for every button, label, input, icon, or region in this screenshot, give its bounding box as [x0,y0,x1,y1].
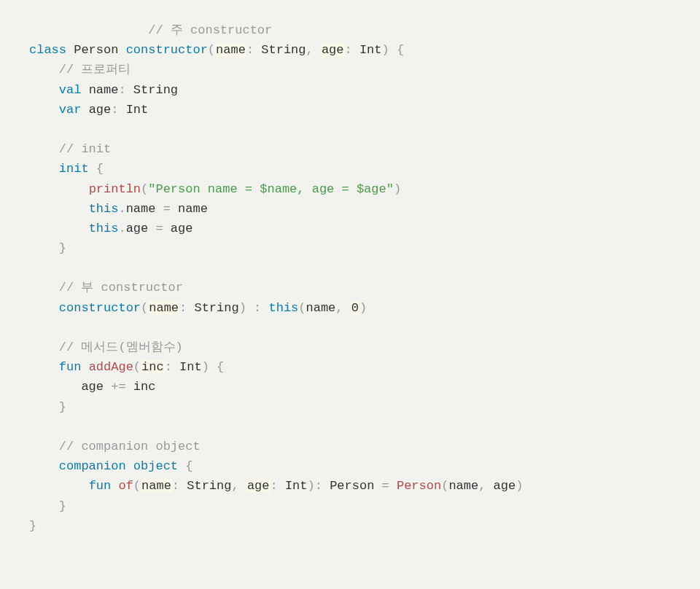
punct: { [96,162,104,176]
punct: ( [141,182,148,196]
param-name: name [215,43,246,57]
type-person: Person [330,479,374,493]
prop-age: age [126,222,149,235]
param-age: age [171,222,193,235]
keyword-this: this [89,222,119,235]
keyword-init: init [59,162,89,176]
param-name: name [448,479,478,493]
code-block: // 주 constructor class Person constructo… [29,20,671,536]
comment-method: // 메서드(멤버함수) [59,340,183,354]
keyword-class: class [29,43,66,57]
punct: { [217,360,224,374]
type-string: String [133,83,178,97]
param-age: age [246,479,271,493]
punct: { [397,43,404,57]
keyword-object: object [133,459,178,473]
punct: : [165,360,172,374]
type-int: Int [179,360,202,374]
punct: : [345,43,352,57]
punct: , [231,479,238,493]
punct: : [118,83,125,97]
punct: } [59,400,66,414]
punct: : [246,43,254,57]
punct: { [185,459,192,473]
punct: ( [208,43,215,57]
string-literal: "Person name = $name, age = $age" [148,182,394,196]
punct: = [155,222,163,235]
comment-secondary-constructor: // 부 constructor [59,281,183,294]
punct: ) [516,479,523,493]
punct: ) [239,301,246,315]
punct: . [118,202,125,216]
punct: ) [202,360,209,374]
comment-properties: // 프로퍼티 [59,63,131,77]
indent [29,23,148,37]
comment-init: // init [59,142,111,156]
comment-primary-constructor: // 주 constructor [148,23,272,37]
fn-Person: Person [397,479,441,493]
keyword-constructor: constructor [59,301,141,315]
punct: : [254,301,261,315]
param-name: name [148,301,179,315]
keyword-val: val [59,83,82,97]
var-inc: inc [133,380,156,394]
punct: , [306,43,314,57]
prop-name: name [89,83,119,97]
punct: ( [441,479,448,493]
keyword-companion: companion [59,459,126,473]
fn-println: println [89,182,141,196]
param-name: name [306,301,336,315]
punct: += [111,380,125,394]
punct: ( [141,301,148,315]
punct: : [172,479,179,493]
punct: , [478,479,486,493]
punct: = [163,202,171,216]
punct: } [59,241,66,255]
class-name: Person [74,43,118,57]
keyword-fun: fun [59,360,82,374]
punct: ) [359,301,367,315]
punct: ( [133,479,141,493]
keyword-var: var [59,103,82,117]
punct: } [29,519,36,533]
punct: = [382,479,389,493]
param-inc: inc [141,360,165,374]
keyword-constructor: constructor [126,43,208,57]
prop-name: name [126,202,156,216]
punct: : [179,301,187,315]
punct: : [271,479,278,493]
punct: ( [133,360,141,374]
var-age: age [81,380,104,394]
type-string: String [187,479,231,493]
punct: , [335,301,343,315]
comment-companion: // companion object [59,440,201,453]
punct: } [59,499,66,513]
prop-age: age [89,103,112,117]
fn-addAge: addAge [89,360,133,374]
fn-of: of [118,479,133,493]
punct: ) [394,182,401,196]
number-zero: 0 [351,301,359,315]
punct: : [111,103,118,117]
type-string: String [194,301,238,315]
type-string: String [261,43,306,57]
punct: ): [308,479,322,493]
param-name: name [141,479,172,493]
type-int: Int [359,43,382,57]
type-int: Int [285,479,308,493]
param-name: name [178,202,208,216]
type-int: Int [126,103,149,117]
keyword-this: this [89,202,119,216]
keyword-this: this [268,301,298,315]
punct: ) [382,43,389,57]
punct: ( [298,301,306,315]
param-age: age [494,479,516,493]
param-age: age [321,43,345,57]
punct: . [118,222,125,235]
keyword-fun: fun [89,479,112,493]
